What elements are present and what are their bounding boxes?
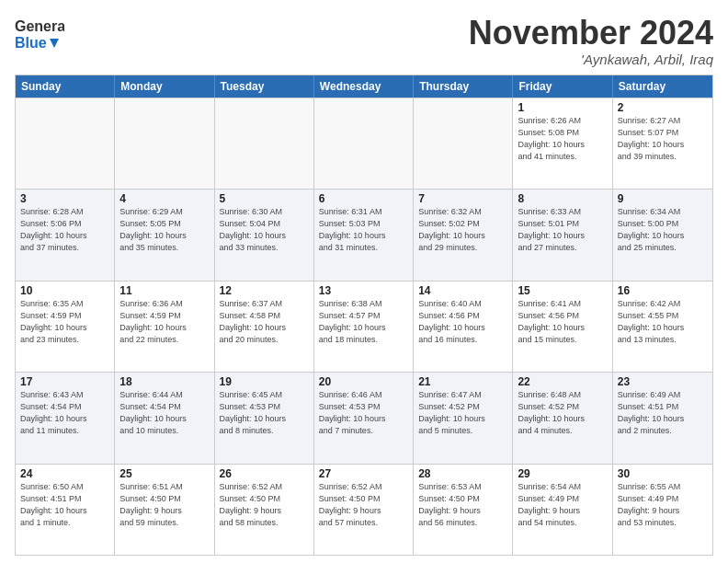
day-number: 12 [220, 284, 309, 297]
day-info: Sunrise: 6:55 AM Sunset: 4:49 PM Dayligh… [618, 481, 708, 529]
calendar: Sunday Monday Tuesday Wednesday Thursday… [15, 75, 713, 556]
table-row: 3Sunrise: 6:28 AM Sunset: 5:06 PM Daylig… [16, 190, 115, 280]
day-info: Sunrise: 6:43 AM Sunset: 4:54 PM Dayligh… [20, 389, 109, 437]
logo-svg: General Blue [15, 15, 64, 55]
day-number: 2 [618, 101, 708, 114]
cal-row-3: 10Sunrise: 6:35 AM Sunset: 4:59 PM Dayli… [16, 281, 712, 372]
day-info: Sunrise: 6:46 AM Sunset: 4:53 PM Dayligh… [319, 389, 408, 437]
day-number: 22 [518, 375, 607, 388]
table-row [314, 98, 414, 189]
day-number: 6 [319, 192, 408, 205]
table-row: 30Sunrise: 6:55 AM Sunset: 4:49 PM Dayli… [613, 465, 712, 555]
header-wednesday: Wednesday [314, 75, 414, 98]
table-row: 18Sunrise: 6:44 AM Sunset: 4:54 PM Dayli… [115, 373, 214, 463]
day-info: Sunrise: 6:31 AM Sunset: 5:03 PM Dayligh… [319, 206, 408, 254]
day-info: Sunrise: 6:49 AM Sunset: 4:51 PM Dayligh… [618, 389, 708, 437]
day-info: Sunrise: 6:50 AM Sunset: 4:51 PM Dayligh… [20, 481, 109, 529]
day-number: 28 [418, 467, 507, 480]
table-row: 14Sunrise: 6:40 AM Sunset: 4:56 PM Dayli… [414, 282, 513, 372]
header-monday: Monday [115, 75, 214, 98]
day-info: Sunrise: 6:28 AM Sunset: 5:06 PM Dayligh… [20, 206, 109, 254]
day-number: 8 [518, 192, 607, 205]
table-row: 2Sunrise: 6:27 AM Sunset: 5:07 PM Daylig… [613, 98, 712, 189]
table-row [414, 98, 513, 189]
table-row: 23Sunrise: 6:49 AM Sunset: 4:51 PM Dayli… [613, 373, 712, 463]
svg-text:Blue: Blue [15, 35, 47, 51]
table-row: 16Sunrise: 6:42 AM Sunset: 4:55 PM Dayli… [613, 282, 712, 372]
day-info: Sunrise: 6:38 AM Sunset: 4:57 PM Dayligh… [319, 298, 408, 346]
day-info: Sunrise: 6:44 AM Sunset: 4:54 PM Dayligh… [119, 389, 209, 437]
day-info: Sunrise: 6:54 AM Sunset: 4:49 PM Dayligh… [518, 481, 607, 529]
day-number: 26 [220, 467, 309, 480]
day-info: Sunrise: 6:41 AM Sunset: 4:56 PM Dayligh… [518, 298, 607, 346]
day-number: 1 [518, 101, 607, 114]
svg-marker-2 [50, 39, 59, 48]
day-number: 29 [518, 467, 607, 480]
month-title: November 2024 [469, 15, 713, 52]
table-row: 20Sunrise: 6:46 AM Sunset: 4:53 PM Dayli… [314, 373, 414, 463]
day-number: 14 [418, 284, 507, 297]
header-saturday: Saturday [613, 75, 712, 98]
day-info: Sunrise: 6:32 AM Sunset: 5:02 PM Dayligh… [418, 206, 507, 254]
day-number: 16 [618, 284, 708, 297]
table-row [215, 98, 314, 189]
day-info: Sunrise: 6:40 AM Sunset: 4:56 PM Dayligh… [418, 298, 507, 346]
day-number: 15 [518, 284, 607, 297]
header-tuesday: Tuesday [215, 75, 314, 98]
day-number: 3 [20, 192, 109, 205]
table-row: 15Sunrise: 6:41 AM Sunset: 4:56 PM Dayli… [513, 282, 612, 372]
day-number: 20 [319, 375, 408, 388]
day-info: Sunrise: 6:26 AM Sunset: 5:08 PM Dayligh… [518, 115, 607, 163]
table-row: 28Sunrise: 6:53 AM Sunset: 4:50 PM Dayli… [414, 465, 513, 555]
day-info: Sunrise: 6:47 AM Sunset: 4:52 PM Dayligh… [418, 389, 507, 437]
table-row: 7Sunrise: 6:32 AM Sunset: 5:02 PM Daylig… [414, 190, 513, 280]
cal-row-2: 3Sunrise: 6:28 AM Sunset: 5:06 PM Daylig… [16, 189, 712, 280]
day-info: Sunrise: 6:30 AM Sunset: 5:04 PM Dayligh… [220, 206, 309, 254]
day-number: 21 [418, 375, 507, 388]
location: 'Aynkawah, Arbil, Iraq [469, 52, 713, 67]
day-info: Sunrise: 6:33 AM Sunset: 5:01 PM Dayligh… [518, 206, 607, 254]
day-number: 7 [418, 192, 507, 205]
day-info: Sunrise: 6:36 AM Sunset: 4:59 PM Dayligh… [119, 298, 209, 346]
header: General Blue November 2024 'Aynkawah, Ar… [15, 15, 713, 67]
day-info: Sunrise: 6:45 AM Sunset: 4:53 PM Dayligh… [220, 389, 309, 437]
table-row: 1Sunrise: 6:26 AM Sunset: 5:08 PM Daylig… [513, 98, 612, 189]
day-info: Sunrise: 6:42 AM Sunset: 4:55 PM Dayligh… [618, 298, 708, 346]
day-number: 13 [319, 284, 408, 297]
page: General Blue November 2024 'Aynkawah, Ar… [0, 0, 728, 563]
day-info: Sunrise: 6:37 AM Sunset: 4:58 PM Dayligh… [220, 298, 309, 346]
table-row: 27Sunrise: 6:52 AM Sunset: 4:50 PM Dayli… [314, 465, 414, 555]
day-number: 19 [220, 375, 309, 388]
header-sunday: Sunday [16, 75, 115, 98]
day-number: 24 [20, 467, 109, 480]
table-row: 22Sunrise: 6:48 AM Sunset: 4:52 PM Dayli… [513, 373, 612, 463]
cal-row-1: 1Sunrise: 6:26 AM Sunset: 5:08 PM Daylig… [16, 98, 712, 189]
day-number: 5 [220, 192, 309, 205]
day-info: Sunrise: 6:51 AM Sunset: 4:50 PM Dayligh… [119, 481, 209, 529]
table-row: 19Sunrise: 6:45 AM Sunset: 4:53 PM Dayli… [215, 373, 314, 463]
table-row: 12Sunrise: 6:37 AM Sunset: 4:58 PM Dayli… [215, 282, 314, 372]
table-row: 6Sunrise: 6:31 AM Sunset: 5:03 PM Daylig… [314, 190, 414, 280]
cal-row-5: 24Sunrise: 6:50 AM Sunset: 4:51 PM Dayli… [16, 464, 712, 555]
day-info: Sunrise: 6:52 AM Sunset: 4:50 PM Dayligh… [319, 481, 408, 529]
table-row: 25Sunrise: 6:51 AM Sunset: 4:50 PM Dayli… [115, 465, 214, 555]
title-block: November 2024 'Aynkawah, Arbil, Iraq [469, 15, 713, 67]
table-row: 8Sunrise: 6:33 AM Sunset: 5:01 PM Daylig… [513, 190, 612, 280]
table-row: 17Sunrise: 6:43 AM Sunset: 4:54 PM Dayli… [16, 373, 115, 463]
day-info: Sunrise: 6:34 AM Sunset: 5:00 PM Dayligh… [618, 206, 708, 254]
day-number: 18 [119, 375, 209, 388]
cal-row-4: 17Sunrise: 6:43 AM Sunset: 4:54 PM Dayli… [16, 372, 712, 463]
calendar-header: Sunday Monday Tuesday Wednesday Thursday… [16, 75, 712, 98]
day-info: Sunrise: 6:29 AM Sunset: 5:05 PM Dayligh… [119, 206, 209, 254]
table-row: 29Sunrise: 6:54 AM Sunset: 4:49 PM Dayli… [513, 465, 612, 555]
table-row: 9Sunrise: 6:34 AM Sunset: 5:00 PM Daylig… [613, 190, 712, 280]
svg-text:General: General [15, 18, 64, 34]
day-number: 4 [119, 192, 209, 205]
table-row: 21Sunrise: 6:47 AM Sunset: 4:52 PM Dayli… [414, 373, 513, 463]
header-thursday: Thursday [414, 75, 513, 98]
day-info: Sunrise: 6:27 AM Sunset: 5:07 PM Dayligh… [618, 115, 708, 163]
day-number: 25 [119, 467, 209, 480]
table-row: 4Sunrise: 6:29 AM Sunset: 5:05 PM Daylig… [115, 190, 214, 280]
day-number: 10 [20, 284, 109, 297]
day-number: 23 [618, 375, 708, 388]
